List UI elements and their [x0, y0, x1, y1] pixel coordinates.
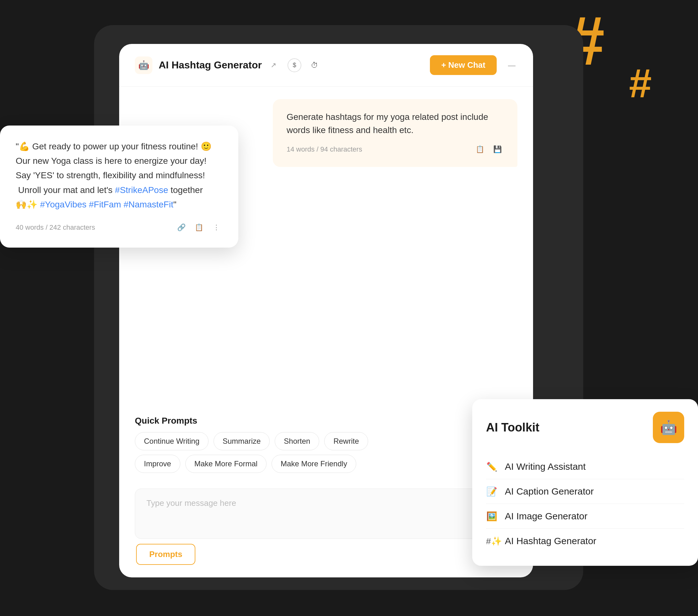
- hashtag-icon: #✨: [486, 536, 497, 546]
- user-message: Generate hashtags for my yoga related po…: [273, 99, 517, 167]
- prompts-button[interactable]: Prompts: [136, 544, 195, 565]
- chat-input-area: Type your message here Prompts: [119, 482, 533, 577]
- left-message-meta: 40 words / 242 characters 🔗 📋 ⋮: [16, 221, 223, 234]
- chat-input-footer: Prompts: [135, 544, 517, 565]
- left-message-card: "💪 Get ready to power up your fitness ro…: [0, 125, 238, 248]
- prompt-make-friendly[interactable]: Make More Friendly: [271, 455, 356, 473]
- left-message-stats: 40 words / 242 characters: [16, 223, 95, 232]
- robot-icon: 🤖: [138, 60, 149, 70]
- chat-input-box[interactable]: Type your message here: [135, 489, 517, 539]
- caption-icon: 📝: [486, 487, 497, 497]
- prompt-summarize[interactable]: Summarize: [213, 432, 270, 450]
- hashtag-fitfam: #FitFam: [89, 200, 121, 209]
- new-chat-button[interactable]: + New Chat: [430, 55, 497, 75]
- toolkit-item-writing[interactable]: ✏️ AI Writing Assistant: [486, 454, 684, 479]
- prompt-improve[interactable]: Improve: [135, 455, 180, 473]
- history-icon[interactable]: ⏱: [308, 58, 321, 72]
- user-message-text: Generate hashtags for my yoga related po…: [287, 110, 504, 137]
- user-message-stats: 14 words / 94 characters: [287, 145, 362, 153]
- hashtag-decoration-small: #: [629, 63, 679, 113]
- toolkit-item-hashtag[interactable]: #✨ AI Hashtag Generator: [486, 529, 684, 553]
- caption-label: AI Caption Generator: [505, 486, 594, 497]
- left-message-text: "💪 Get ready to power up your fitness ro…: [16, 139, 223, 212]
- save-message-button[interactable]: 💾: [491, 143, 504, 156]
- hashtag-gen-label: AI Hashtag Generator: [505, 536, 596, 546]
- prompt-shorten[interactable]: Shorten: [275, 432, 319, 450]
- expand-icon[interactable]: ↗: [270, 61, 276, 69]
- left-message-actions: 🔗 📋 ⋮: [175, 221, 223, 234]
- writing-label: AI Writing Assistant: [505, 461, 586, 472]
- prompt-rewrite[interactable]: Rewrite: [324, 432, 368, 450]
- prompt-continue-writing[interactable]: Continue Writing: [135, 432, 209, 450]
- toolkit-header: AI Toolkit 🤖: [486, 412, 684, 443]
- quick-prompts-row-1: Continue Writing Summarize Shorten Rewri…: [135, 432, 517, 450]
- chat-header: 🤖 AI Hashtag Generator ↗ $ ⏱ + New Chat …: [119, 44, 533, 87]
- user-message-meta: 14 words / 94 characters 📋 💾: [287, 143, 504, 156]
- copy-action-button[interactable]: 📋: [193, 221, 205, 234]
- dollar-symbol: $: [293, 61, 296, 69]
- toolkit-robot-icon: 🤖: [660, 419, 677, 436]
- minimize-button[interactable]: —: [506, 60, 517, 71]
- more-action-button[interactable]: ⋮: [210, 221, 223, 234]
- hashtag-namastefit: #NamasteFit: [124, 200, 173, 209]
- copy-message-button[interactable]: 📋: [474, 143, 486, 156]
- clock-icon: ⏱: [311, 61, 318, 70]
- header-logo: 🤖: [135, 56, 152, 74]
- quick-prompts-label: Quick Prompts: [135, 416, 517, 426]
- writing-icon: ✏️: [486, 462, 497, 472]
- dollar-icon[interactable]: $: [288, 58, 301, 72]
- hashtag-yogavibes: #YogaVibes: [40, 200, 86, 209]
- link-action-button[interactable]: 🔗: [175, 221, 187, 234]
- header-title: AI Hashtag Generator: [159, 59, 262, 71]
- ai-toolkit-panel: AI Toolkit 🤖 ✏️ AI Writing Assistant 📝 A…: [472, 399, 698, 566]
- user-message-actions: 📋 💾: [474, 143, 504, 156]
- input-placeholder: Type your message here: [146, 498, 236, 508]
- hashtag-strikeapose: #StrikeAPose: [115, 185, 168, 195]
- quick-prompts-section: Quick Prompts Continue Writing Summarize…: [119, 416, 533, 482]
- prompt-make-formal[interactable]: Make More Formal: [185, 455, 267, 473]
- toolkit-item-caption[interactable]: 📝 AI Caption Generator: [486, 479, 684, 504]
- toolkit-title: AI Toolkit: [486, 421, 539, 434]
- image-icon: 🖼️: [486, 511, 497, 522]
- quick-prompts-row-2: Improve Make More Formal Make More Frien…: [135, 455, 517, 473]
- toolkit-logo-button[interactable]: 🤖: [653, 412, 684, 443]
- toolkit-item-image[interactable]: 🖼️ AI Image Generator: [486, 504, 684, 529]
- chat-panel: 🤖 AI Hashtag Generator ↗ $ ⏱ + New Chat …: [119, 44, 533, 577]
- image-label: AI Image Generator: [505, 511, 587, 522]
